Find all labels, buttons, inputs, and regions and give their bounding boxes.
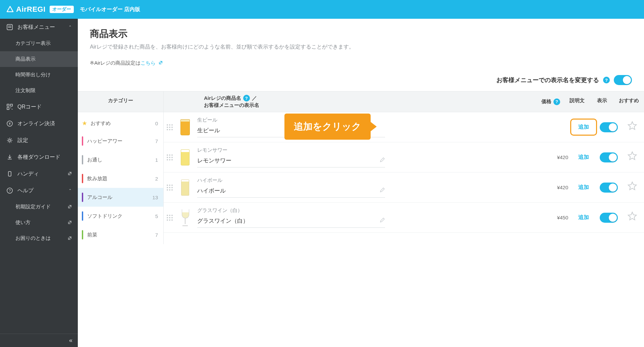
add-description-button[interactable]: 追加 <box>570 184 597 191</box>
product-display-name-input[interactable]: グラスワイン（白） <box>197 217 385 228</box>
product-recommend-wrap <box>621 121 644 133</box>
download-icon <box>6 153 13 161</box>
drag-handle-icon[interactable] <box>164 215 176 221</box>
drag-handle-icon[interactable] <box>164 185 176 191</box>
show-toggle[interactable] <box>600 183 618 193</box>
drag-handle-icon[interactable] <box>164 124 176 130</box>
help-icon: ? <box>6 187 13 194</box>
svg-rect-4 <box>10 104 12 106</box>
drag-handle-icon[interactable] <box>164 154 176 160</box>
product-names: ハイボールハイボール <box>197 177 537 198</box>
product-display-name-input[interactable]: レモンサワー <box>197 157 385 167</box>
category-item[interactable]: アルコール13 <box>78 188 163 207</box>
sidebar-item-howto[interactable]: 使い方 <box>0 215 78 230</box>
product-air-name: レモンサワー <box>197 147 537 153</box>
category-color-bar <box>82 174 83 183</box>
page-title: 商品表示 <box>90 27 632 40</box>
help-badge-icon[interactable]: ? <box>243 95 250 101</box>
sidebar-label: ハンディ <box>17 170 39 178</box>
logo-text: AirREGI <box>16 5 46 14</box>
sidebar-label: ヘルプ <box>17 187 34 194</box>
product-display-name-input[interactable]: ハイボール <box>197 187 385 198</box>
logo-icon <box>6 5 14 13</box>
product-thumbnail <box>178 148 193 167</box>
category-item[interactable]: お通し1 <box>78 150 163 169</box>
product-panel: 生ビール生ビール追加追加をクリックレモンサワーレモンサワー¥420追加ハイボール… <box>164 112 644 244</box>
sidebar-label: QRコード <box>17 103 42 111</box>
sidebar-item-qr[interactable]: QRコード <box>0 98 78 115</box>
show-toggle[interactable] <box>600 122 618 132</box>
sidebar-item-trouble[interactable]: お困りのときは <box>0 230 78 246</box>
sidebar-item-time-split[interactable]: 時間帯出し分け <box>0 67 78 83</box>
col-name-line2: お客様メニューの表示名 <box>204 102 523 109</box>
product-thumbnail <box>178 178 193 197</box>
recommend-star-button[interactable] <box>627 121 637 133</box>
sidebar-item-category-display[interactable]: カテゴリー表示 <box>0 36 78 51</box>
show-toggle[interactable] <box>600 213 618 223</box>
chevron-up-icon: ⌃ <box>68 188 72 193</box>
product-air-name: ハイボール <box>197 177 537 184</box>
logo: AirREGI オーダー <box>6 5 74 14</box>
display-name-toggle[interactable] <box>614 75 632 85</box>
category-item[interactable]: ハッピーアワー7 <box>78 132 163 150</box>
device-icon <box>6 170 13 178</box>
product-show-toggle-wrap <box>597 122 621 132</box>
app-header: AirREGI オーダー モバイルオーダー 店内版 <box>0 0 644 19</box>
sidebar-item-product-display[interactable]: 商品表示 <box>0 51 78 67</box>
category-color-bar <box>82 155 83 164</box>
edit-pencil-icon[interactable] <box>380 187 385 194</box>
recommend-star-button[interactable] <box>627 151 637 163</box>
edit-pencil-icon[interactable] <box>380 157 385 164</box>
col-show: 表示 <box>590 91 614 112</box>
add-description-button[interactable]: 追加 <box>570 154 597 161</box>
sidebar-collapse-button[interactable]: « <box>0 334 78 347</box>
add-description-button[interactable]: 追加 <box>570 214 597 221</box>
col-price-label: 価格 <box>541 98 551 105</box>
col-name-sep: ／ <box>252 95 257 101</box>
category-color-bar <box>82 193 83 202</box>
category-item[interactable]: 飲み放題2 <box>78 169 163 188</box>
sidebar-item-order-limit[interactable]: 注文制限 <box>0 83 78 98</box>
show-toggle[interactable] <box>600 152 618 162</box>
sidebar-item-online-pay[interactable]: ¥ オンライン決済 <box>0 115 78 132</box>
note-prefix: ※Airレジの商品設定は <box>90 60 141 66</box>
svg-rect-2 <box>8 27 11 28</box>
category-color-bar <box>82 211 83 221</box>
external-link-icon <box>159 61 163 65</box>
yen-icon: ¥ <box>6 120 13 127</box>
product-names: レモンサワーレモンサワー <box>197 147 537 167</box>
help-badge-icon[interactable]: ? <box>603 77 610 83</box>
settings-link[interactable]: こちら <box>141 60 162 66</box>
menu-icon <box>6 23 13 31</box>
sidebar: お客様メニュー ⌃ カテゴリー表示 商品表示 時間帯出し分け 注文制限 QRコー… <box>0 19 78 347</box>
category-color-bar <box>82 136 83 146</box>
sidebar-item-settings[interactable]: 設定 <box>0 132 78 149</box>
add-description-button[interactable]: 追加 <box>570 119 597 136</box>
category-item[interactable]: ソフトドリンク5 <box>78 207 163 225</box>
sidebar-item-guide[interactable]: 初期設定ガイド <box>0 199 78 215</box>
sidebar-label: オンライン決済 <box>17 120 55 127</box>
category-item[interactable]: 前菜7 <box>78 225 163 244</box>
sidebar-item-help[interactable]: ? ヘルプ ⌃ <box>0 182 78 199</box>
category-label: 前菜 <box>87 232 97 238</box>
category-item[interactable]: ★おすすめ0 <box>78 115 163 132</box>
table-header: カテゴリー Airレジの商品名 ? ／ お客様メニューの表示名 価格 ? 説明文… <box>78 91 644 112</box>
external-link-icon <box>68 220 72 225</box>
category-count: 1 <box>155 157 158 163</box>
recommend-star-button[interactable] <box>627 211 637 224</box>
edit-pencil-icon[interactable] <box>380 217 385 224</box>
col-category: カテゴリー <box>78 91 164 112</box>
svg-rect-7 <box>12 109 12 110</box>
col-name-line1: Airレジの商品名 <box>204 95 241 101</box>
svg-text:¥: ¥ <box>8 122 11 126</box>
sidebar-item-handy[interactable]: ハンディ <box>0 165 78 182</box>
sidebar-item-downloads[interactable]: 各種ダウンロード <box>0 149 78 165</box>
product-air-name: グラスワイン（白） <box>197 207 537 214</box>
star-icon: ★ <box>82 120 87 127</box>
category-label: お通し <box>87 157 102 163</box>
help-badge-icon[interactable]: ? <box>553 98 560 105</box>
svg-text:?: ? <box>9 189 11 193</box>
recommend-star-button[interactable] <box>627 181 637 194</box>
sidebar-item-customer-menu[interactable]: お客様メニュー ⌃ <box>0 19 78 36</box>
product-row: 生ビール生ビール追加追加をクリック <box>164 112 644 142</box>
